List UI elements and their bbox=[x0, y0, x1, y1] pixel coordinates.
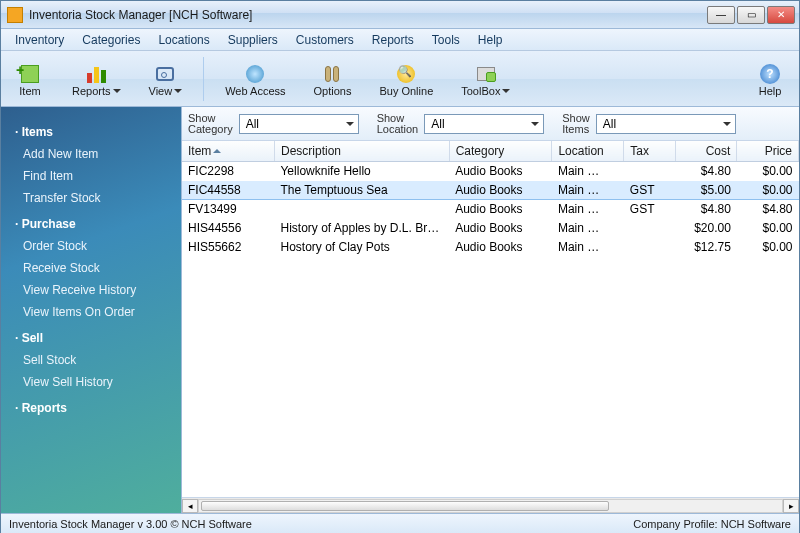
cell: Main … bbox=[552, 238, 624, 257]
sidebar: Items Add New Item Find Item Transfer St… bbox=[1, 107, 181, 513]
cell: $4.80 bbox=[675, 162, 737, 181]
reports-icon bbox=[82, 63, 110, 85]
view-icon bbox=[151, 63, 179, 85]
app-icon bbox=[7, 7, 23, 23]
scroll-track[interactable] bbox=[198, 499, 783, 513]
tool-options-label: Options bbox=[314, 85, 352, 97]
close-button[interactable]: ✕ bbox=[767, 6, 795, 24]
app-window: Inventoria Stock Manager [NCH Software] … bbox=[0, 0, 800, 533]
table-row[interactable]: FIC44558The Temptuous SeaAudio BooksMain… bbox=[182, 181, 799, 200]
scroll-thumb[interactable] bbox=[201, 501, 609, 511]
menu-locations[interactable]: Locations bbox=[150, 31, 217, 49]
cell: $0.00 bbox=[737, 219, 799, 238]
chevron-down-icon bbox=[113, 89, 121, 97]
col-tax[interactable]: Tax bbox=[624, 141, 675, 162]
cell: Audio Books bbox=[449, 200, 552, 219]
main-area: Items Add New Item Find Item Transfer St… bbox=[1, 107, 799, 513]
cell bbox=[624, 162, 675, 181]
globe-icon bbox=[241, 63, 269, 85]
menu-categories[interactable]: Categories bbox=[74, 31, 148, 49]
col-description[interactable]: Description bbox=[274, 141, 449, 162]
maximize-button[interactable]: ▭ bbox=[737, 6, 765, 24]
tool-view[interactable]: View bbox=[142, 60, 190, 98]
filter-items-combo[interactable]: All bbox=[596, 114, 736, 134]
tool-toolbox-label: ToolBox bbox=[461, 85, 500, 97]
tool-options[interactable]: Options bbox=[307, 60, 359, 98]
cell: Audio Books bbox=[449, 238, 552, 257]
cell: Main … bbox=[552, 200, 624, 219]
menu-reports[interactable]: Reports bbox=[364, 31, 422, 49]
cell: GST bbox=[624, 200, 675, 219]
col-item[interactable]: Item bbox=[182, 141, 274, 162]
tool-toolbox[interactable]: ToolBox bbox=[454, 60, 517, 98]
tool-item-label: Item bbox=[19, 85, 40, 97]
menu-customers[interactable]: Customers bbox=[288, 31, 362, 49]
table-row[interactable]: HIS55662Hostory of Clay PotsAudio BooksM… bbox=[182, 238, 799, 257]
cell bbox=[274, 200, 449, 219]
sidebar-group-reports[interactable]: Reports bbox=[1, 393, 181, 419]
tool-buy-online[interactable]: Buy Online bbox=[372, 60, 440, 98]
filter-items-value: All bbox=[603, 117, 616, 131]
sidebar-item-view-receive-history[interactable]: View Receive History bbox=[1, 279, 181, 301]
tool-item[interactable]: Item bbox=[9, 60, 51, 98]
col-location[interactable]: Location bbox=[552, 141, 624, 162]
titlebar[interactable]: Inventoria Stock Manager [NCH Software] … bbox=[1, 1, 799, 29]
table-row[interactable]: HIS44556History of Apples by D.L. Brewer… bbox=[182, 219, 799, 238]
cell: Main … bbox=[552, 162, 624, 181]
col-price[interactable]: Price bbox=[737, 141, 799, 162]
filter-category-combo[interactable]: All bbox=[239, 114, 359, 134]
sort-asc-icon bbox=[213, 145, 221, 153]
tool-help-label: Help bbox=[759, 85, 782, 97]
scroll-right-button[interactable]: ▸ bbox=[783, 499, 799, 513]
options-icon bbox=[318, 63, 346, 85]
sidebar-item-view-sell-history[interactable]: View Sell History bbox=[1, 371, 181, 393]
toolbar: Item Reports View Web Access Options Buy… bbox=[1, 51, 799, 107]
sidebar-item-view-items-on-order[interactable]: View Items On Order bbox=[1, 301, 181, 323]
filter-location-value: All bbox=[431, 117, 444, 131]
cell: $4.80 bbox=[675, 200, 737, 219]
sidebar-item-find-item[interactable]: Find Item bbox=[1, 165, 181, 187]
sidebar-item-order-stock[interactable]: Order Stock bbox=[1, 235, 181, 257]
col-category[interactable]: Category bbox=[449, 141, 552, 162]
col-cost[interactable]: Cost bbox=[675, 141, 737, 162]
sidebar-group-sell[interactable]: Sell bbox=[1, 323, 181, 349]
filter-location-label: Show Location bbox=[377, 113, 419, 135]
cell: FIC2298 bbox=[182, 162, 274, 181]
sidebar-item-add-new-item[interactable]: Add New Item bbox=[1, 143, 181, 165]
items-grid[interactable]: Item Description Category Location Tax C… bbox=[182, 141, 799, 497]
cell: Main … bbox=[552, 181, 624, 200]
filter-location-combo[interactable]: All bbox=[424, 114, 544, 134]
cell: $0.00 bbox=[737, 162, 799, 181]
cell bbox=[624, 238, 675, 257]
table-row[interactable]: FIC2298Yellowknife HelloAudio BooksMain … bbox=[182, 162, 799, 181]
cell: Audio Books bbox=[449, 162, 552, 181]
scroll-left-button[interactable]: ◂ bbox=[182, 499, 198, 513]
sidebar-group-items[interactable]: Items bbox=[1, 117, 181, 143]
horizontal-scrollbar[interactable]: ◂ ▸ bbox=[182, 497, 799, 513]
filter-category-label: Show Category bbox=[188, 113, 233, 135]
sidebar-item-transfer-stock[interactable]: Transfer Stock bbox=[1, 187, 181, 209]
menubar: Inventory Categories Locations Suppliers… bbox=[1, 29, 799, 51]
menu-tools[interactable]: Tools bbox=[424, 31, 468, 49]
cell: $20.00 bbox=[675, 219, 737, 238]
help-icon: ? bbox=[756, 63, 784, 85]
tool-help[interactable]: ? Help bbox=[749, 60, 791, 98]
cell: Hostory of Clay Pots bbox=[274, 238, 449, 257]
table-row[interactable]: FV13499Audio BooksMain …GST$4.80$4.80 bbox=[182, 200, 799, 219]
cell: $4.80 bbox=[737, 200, 799, 219]
sidebar-item-sell-stock[interactable]: Sell Stock bbox=[1, 349, 181, 371]
sidebar-item-receive-stock[interactable]: Receive Stock bbox=[1, 257, 181, 279]
sidebar-group-purchase[interactable]: Purchase bbox=[1, 209, 181, 235]
menu-inventory[interactable]: Inventory bbox=[7, 31, 72, 49]
minimize-button[interactable]: — bbox=[707, 6, 735, 24]
cell: $5.00 bbox=[675, 181, 737, 200]
filter-bar: Show Category All Show Location All Show… bbox=[182, 107, 799, 141]
content-pane: Show Category All Show Location All Show… bbox=[181, 107, 799, 513]
tool-reports-label: Reports bbox=[72, 85, 111, 97]
chevron-down-icon bbox=[174, 89, 182, 97]
menu-suppliers[interactable]: Suppliers bbox=[220, 31, 286, 49]
tool-reports[interactable]: Reports bbox=[65, 60, 128, 98]
menu-help[interactable]: Help bbox=[470, 31, 511, 49]
cell: History of Apples by D.L. Brewer bbox=[274, 219, 449, 238]
tool-web-access[interactable]: Web Access bbox=[218, 60, 292, 98]
